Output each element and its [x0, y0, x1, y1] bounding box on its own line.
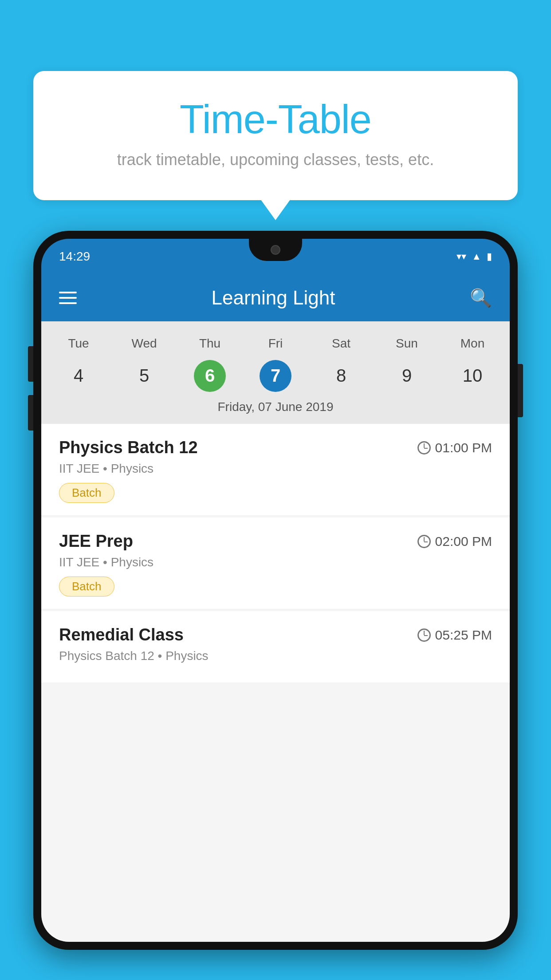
date-9[interactable]: 9 [374, 360, 440, 392]
schedule-list: Physics Batch 12 01:00 PM IIT JEE • Phys… [41, 424, 510, 685]
batch-badge-1: Batch [59, 483, 114, 503]
schedule-item-meta-3: Physics Batch 12 • Physics [59, 649, 492, 663]
day-wed[interactable]: Wed [111, 332, 177, 355]
schedule-item-name-2: JEE Prep [59, 532, 133, 551]
volume-up-button [28, 346, 33, 382]
schedule-item-3[interactable]: Remedial Class 05:25 PM Physics Batch 12… [41, 611, 510, 683]
phone-wrapper: 14:29 ▾▾ ▲ ▮ Learning Light 🔍 [33, 231, 518, 980]
schedule-item-name-3: Remedial Class [59, 625, 184, 644]
status-time: 14:29 [59, 249, 90, 264]
day-tue[interactable]: Tue [46, 332, 111, 355]
schedule-item-2[interactable]: JEE Prep 02:00 PM IIT JEE • Physics Batc… [41, 518, 510, 609]
schedule-item-time-3: 05:25 PM [417, 628, 492, 643]
clock-icon-2 [417, 535, 431, 548]
menu-button[interactable] [59, 292, 77, 304]
status-icons: ▾▾ ▲ ▮ [457, 251, 492, 262]
time-label-2: 02:00 PM [435, 534, 492, 549]
days-header: Tue Wed Thu Fri Sat Sun Mon [41, 332, 510, 355]
schedule-item-1[interactable]: Physics Batch 12 01:00 PM IIT JEE • Phys… [41, 424, 510, 516]
battery-icon: ▮ [487, 251, 492, 262]
schedule-item-header-2: JEE Prep 02:00 PM [59, 532, 492, 551]
wifi-icon: ▾▾ [457, 251, 466, 262]
date-6[interactable]: 6 [177, 360, 243, 392]
schedule-item-meta-2: IIT JEE • Physics [59, 555, 492, 569]
app-title: Learning Light [212, 287, 335, 309]
signal-icon: ▲ [472, 251, 481, 262]
time-label-1: 01:00 PM [435, 440, 492, 455]
bubble-title: Time-Table [69, 98, 482, 142]
time-label-3: 05:25 PM [435, 628, 492, 643]
batch-badge-2: Batch [59, 577, 114, 597]
dates-row: 4 5 6 7 8 9 10 [41, 355, 510, 392]
app-header: Learning Light 🔍 [41, 274, 510, 321]
date-10[interactable]: 10 [440, 360, 505, 392]
power-button [518, 364, 523, 417]
day-sun[interactable]: Sun [374, 332, 440, 355]
schedule-item-meta-1: IIT JEE • Physics [59, 462, 492, 476]
schedule-item-header-1: Physics Batch 12 01:00 PM [59, 438, 492, 457]
search-icon[interactable]: 🔍 [470, 288, 492, 308]
schedule-item-name-1: Physics Batch 12 [59, 438, 198, 457]
schedule-item-header-3: Remedial Class 05:25 PM [59, 625, 492, 644]
calendar-section: Tue Wed Thu Fri Sat Sun Mon 4 5 6 7 [41, 321, 510, 424]
volume-down-button [28, 395, 33, 431]
day-mon[interactable]: Mon [440, 332, 505, 355]
day-thu[interactable]: Thu [177, 332, 243, 355]
speech-bubble-container: Time-Table track timetable, upcoming cla… [33, 71, 518, 200]
date-8[interactable]: 8 [308, 360, 374, 392]
camera [271, 245, 280, 255]
date-5[interactable]: 5 [111, 360, 177, 392]
notch [249, 239, 302, 261]
clock-icon-1 [417, 441, 431, 454]
date-4[interactable]: 4 [46, 360, 111, 392]
speech-bubble: Time-Table track timetable, upcoming cla… [33, 71, 518, 200]
schedule-item-time-2: 02:00 PM [417, 534, 492, 549]
bubble-subtitle: track timetable, upcoming classes, tests… [69, 150, 482, 169]
date-7[interactable]: 7 [243, 360, 308, 392]
day-sat[interactable]: Sat [308, 332, 374, 355]
selected-date-label: Friday, 07 June 2019 [41, 392, 510, 424]
clock-icon-3 [417, 628, 431, 642]
phone-screen: Learning Light 🔍 Tue Wed Thu Fri Sat Sun… [41, 274, 510, 942]
day-fri[interactable]: Fri [243, 332, 308, 355]
status-bar: 14:29 ▾▾ ▲ ▮ [41, 239, 510, 274]
schedule-item-time-1: 01:00 PM [417, 440, 492, 455]
phone-body: 14:29 ▾▾ ▲ ▮ Learning Light 🔍 [33, 231, 518, 950]
